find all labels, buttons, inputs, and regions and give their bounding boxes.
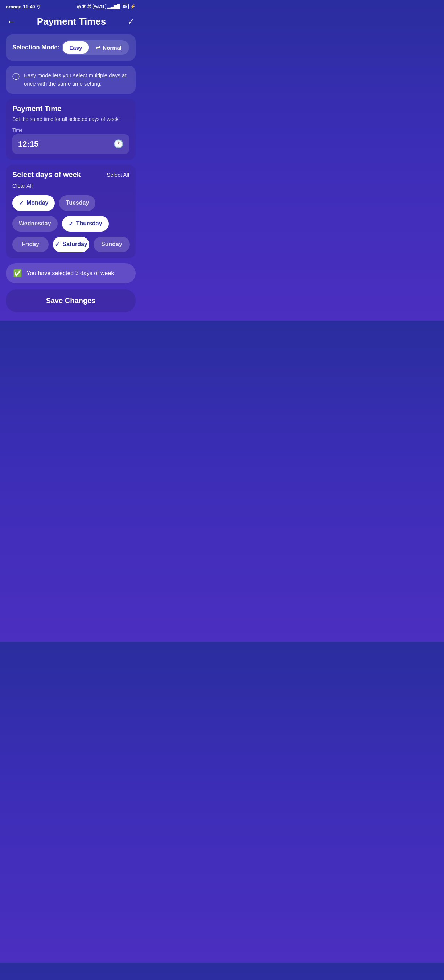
days-grid: ✓ Monday Tuesday Wednesday ✓ Thursday Fr…: [12, 195, 129, 252]
sunday-button[interactable]: Sunday: [94, 237, 130, 252]
carrier-label: orange: [6, 4, 21, 10]
signal-bars-icon: ▂▄▆█: [107, 4, 120, 9]
battery-level: 85: [122, 4, 129, 10]
status-left: orange 11:49 ▽: [6, 4, 40, 10]
thursday-check: ✓: [68, 220, 73, 227]
page-title: Payment Times: [37, 16, 106, 27]
clock-icon: 🕐: [114, 139, 123, 149]
monday-check: ✓: [19, 200, 24, 207]
info-text: Easy mode lets you select multiple days …: [24, 72, 129, 88]
clear-all-button[interactable]: Clear All: [12, 183, 33, 189]
time-field-box[interactable]: 12:15 🕐: [12, 134, 129, 154]
days-row-2: Wednesday ✓ Thursday: [12, 216, 129, 232]
confirm-button[interactable]: ✓: [128, 17, 134, 27]
bluetooth-icon: ✱: [82, 4, 86, 9]
signal-icon: ▽: [36, 4, 40, 10]
payment-time-card: Payment Time Set the same time for all s…: [6, 99, 136, 160]
easy-mode-button[interactable]: Easy: [63, 41, 89, 54]
friday-button[interactable]: Friday: [12, 237, 49, 252]
normal-mode-icon: ⇌: [96, 44, 100, 51]
wifi-icon: ⌘: [87, 4, 91, 9]
thursday-button[interactable]: ✓ Thursday: [62, 216, 109, 232]
days-title: Select days of week: [12, 170, 103, 179]
summary-text: You have selected 3 days of week: [27, 270, 114, 277]
tuesday-button[interactable]: Tuesday: [59, 195, 95, 211]
info-box: ⓘ Easy mode lets you select multiple day…: [12, 72, 129, 88]
payment-time-title: Payment Time: [12, 105, 129, 113]
status-bar: orange 11:49 ▽ ◎ ✱ ⌘ VoLTE ▂▄▆█ 85 ⚡: [0, 0, 141, 12]
days-row-1: ✓ Monday Tuesday: [12, 195, 129, 211]
wednesday-button[interactable]: Wednesday: [12, 216, 58, 232]
info-card: ⓘ Easy mode lets you select multiple day…: [6, 66, 136, 94]
summary-bar: ✅ You have selected 3 days of week: [6, 263, 136, 283]
tuesday-label: Tuesday: [66, 200, 89, 206]
wednesday-label: Wednesday: [19, 220, 51, 227]
monday-button[interactable]: ✓ Monday: [12, 195, 55, 211]
time-label: 11:49: [23, 4, 35, 10]
selection-mode-label: Selection Mode:: [12, 44, 59, 51]
header: ← Payment Times ✓: [0, 12, 141, 35]
days-of-week-card: Select days of week Select All Clear All…: [6, 165, 136, 258]
summary-check-icon: ✅: [13, 269, 22, 278]
volte-badge: VoLTE: [93, 4, 106, 9]
info-icon: ⓘ: [12, 72, 20, 82]
normal-mode-label: Normal: [103, 45, 122, 51]
friday-label: Friday: [22, 241, 39, 248]
time-value: 12:15: [18, 139, 38, 149]
saturday-check: ✓: [55, 241, 59, 248]
status-right: ◎ ✱ ⌘ VoLTE ▂▄▆█ 85 ⚡: [77, 4, 136, 10]
monday-label: Monday: [27, 200, 48, 206]
saturday-button[interactable]: ✓ Saturday: [53, 237, 89, 252]
saturday-label: Saturday: [62, 241, 87, 248]
days-header: Select days of week Select All Clear All: [12, 170, 129, 189]
selection-mode-card: Selection Mode: Easy ⇌ Normal: [6, 35, 136, 60]
select-all-button[interactable]: Select All: [107, 172, 129, 178]
save-changes-button[interactable]: Save Changes: [6, 289, 136, 312]
back-button[interactable]: ←: [7, 17, 15, 27]
normal-mode-button[interactable]: ⇌ Normal: [89, 41, 128, 54]
payment-time-subtitle: Set the same time for all selected days …: [12, 116, 129, 123]
charging-icon: ⚡: [130, 4, 136, 9]
eye-icon: ◎: [77, 4, 81, 9]
selection-mode-toggle: Easy ⇌ Normal: [62, 40, 129, 55]
time-field-label: Time: [12, 127, 129, 133]
selection-mode-row: Selection Mode: Easy ⇌ Normal: [12, 40, 129, 55]
days-row-3: Friday ✓ Saturday Sunday: [12, 237, 129, 252]
thursday-label: Thursday: [76, 220, 102, 227]
sunday-label: Sunday: [101, 241, 122, 248]
